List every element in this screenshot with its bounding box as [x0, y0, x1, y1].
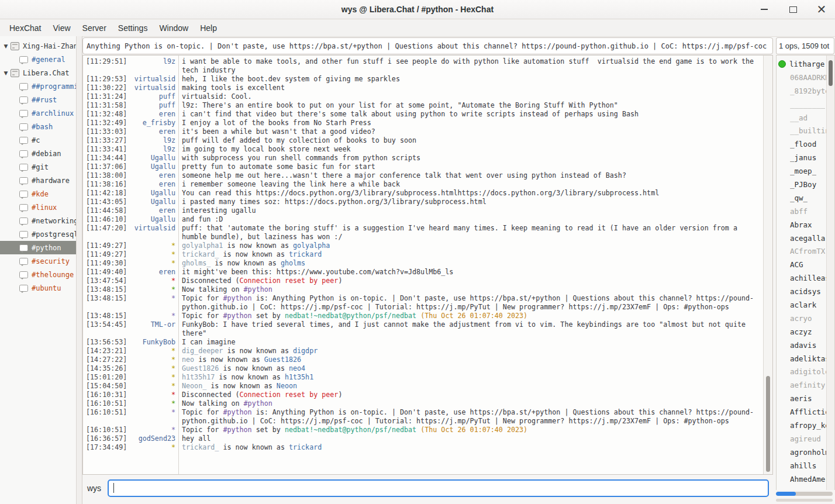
expander-icon[interactable]: ▼	[1, 43, 11, 49]
user-item[interactable]: abff	[777, 205, 826, 218]
user-item[interactable]: aefinity	[777, 378, 826, 392]
user-item[interactable]: _8192byte	[777, 84, 826, 98]
expander-icon[interactable]: ▼	[1, 70, 11, 76]
user-item[interactable]: agireud	[777, 432, 826, 446]
user-item[interactable]: aczyz	[777, 325, 826, 339]
chat-nick: *	[132, 399, 175, 408]
chat-line: [11:29:53]virtualsidheh, I like the boot…	[83, 75, 763, 84]
channel-row-general[interactable]: #general	[0, 53, 76, 66]
channel-row-bash[interactable]: #bash	[0, 120, 76, 133]
channel-row-c[interactable]: #c	[0, 133, 76, 147]
chat-nick: *	[132, 426, 175, 434]
chat-segment-t: Now talking on	[182, 399, 244, 408]
user-item[interactable]: achilleas	[777, 271, 826, 285]
channel-row-git[interactable]: #git	[0, 160, 76, 174]
topic-input[interactable]: Anything Python is on-topic. | Don't pas…	[82, 37, 773, 54]
titlebar[interactable]: wys @ Libera.Chat / #python - HexChat ✕	[0, 0, 835, 19]
user-item[interactable]: _janus	[777, 151, 826, 164]
user-item[interactable]: litharge	[777, 57, 826, 71]
user-item[interactable]: adavis	[777, 339, 826, 352]
message-input[interactable]	[108, 479, 769, 497]
menu-item-view[interactable]: View	[47, 21, 76, 35]
chat-nick: *	[132, 373, 175, 382]
user-item[interactable]: _qw_	[777, 191, 826, 205]
chat-line: [11:46:10]Ugalluand fun :D	[83, 215, 763, 224]
minimize-icon	[761, 9, 768, 10]
chat-nick: eren	[132, 110, 175, 119]
server-tree[interactable]: ▼Xing-Hai-Zhan#general▼Libera.Chat##prog…	[0, 36, 76, 504]
channel-row-thelounge[interactable]: #thelounge	[0, 268, 76, 281]
channel-row-linux[interactable]: #linux	[0, 201, 76, 214]
pane-divider[interactable]	[76, 36, 82, 504]
close-button[interactable]: ✕	[816, 4, 827, 15]
user-nick: acidsys	[790, 287, 821, 296]
chat-nick: FunkyBob	[132, 338, 175, 347]
menu-item-help[interactable]: Help	[194, 21, 223, 35]
channel-row-ubuntu[interactable]: #ubuntu	[0, 281, 76, 295]
chat-segment-t: and fun :D	[182, 215, 223, 223]
tree-item-label: #archlinux	[32, 109, 74, 118]
minimize-button[interactable]	[759, 4, 770, 15]
user-item[interactable]: _moep_	[777, 164, 826, 178]
user-item[interactable]: adigitole	[777, 365, 826, 378]
channel-row-networking[interactable]: #networking	[0, 214, 76, 227]
chat-segment-t: it's been a while but wasn't that a good…	[182, 127, 375, 136]
user-list[interactable]: litharge068AADRKN_8192byte__________ad__…	[777, 56, 826, 490]
user-item[interactable]: _PJBoy	[777, 178, 826, 191]
chat-timestamp: [11:49:27]	[83, 241, 132, 250]
menu-item-window[interactable]: Window	[153, 21, 194, 35]
user-item[interactable]: ahills	[777, 459, 826, 472]
user-item[interactable]: ________	[777, 98, 826, 111]
channel-icon	[19, 150, 28, 157]
channel-row-hardware[interactable]: #hardware	[0, 174, 76, 187]
channel-row-programming[interactable]: ##programming	[0, 80, 76, 93]
user-item[interactable]: aeris	[777, 392, 826, 405]
user-item[interactable]: ACG	[777, 258, 826, 271]
menubar: HexChatViewServerSettingsWindowHelp	[0, 19, 835, 37]
user-item[interactable]: 068AADRKN	[777, 71, 826, 84]
channel-row-postgresql[interactable]: #postgresql	[0, 227, 76, 241]
channel-row-archlinux[interactable]: #archlinux	[0, 106, 76, 120]
userlist-scrollbar[interactable]	[826, 56, 834, 490]
chat-log[interactable]: [11:29:51]l9zi want be able to make tool…	[83, 56, 763, 474]
channel-row-rust[interactable]: ##rust	[0, 93, 76, 106]
channel-icon	[19, 177, 28, 184]
user-item[interactable]: __builtin	[777, 124, 826, 137]
menu-item-hexchat[interactable]: HexChat	[4, 21, 47, 35]
maximize-button[interactable]	[788, 4, 798, 15]
chat-message-text: it's been a while but wasn't that a good…	[175, 127, 763, 136]
user-item[interactable]: __ad	[777, 111, 826, 125]
chat-line: [13:48:15]*Topic for #python set by nedb…	[83, 312, 763, 320]
user-item[interactable]: aclark	[777, 298, 826, 312]
user-item[interactable]: _flood	[777, 137, 826, 151]
chat-segment-t: making tools is excellent	[182, 84, 285, 92]
menu-item-server[interactable]: Server	[77, 21, 112, 35]
server-row-LiberaChat[interactable]: ▼Libera.Chat	[0, 66, 76, 80]
user-item[interactable]: acryo	[777, 312, 826, 325]
user-item[interactable]: acidsys	[777, 285, 826, 298]
chat-nick: l9z	[132, 145, 175, 154]
user-item[interactable]: Abrax	[777, 218, 826, 232]
tree-item-label: #hardware	[32, 177, 70, 185]
user-item[interactable]: Afflictio	[777, 405, 826, 419]
userlist-scrollbar-thumb[interactable]	[829, 60, 833, 86]
user-item[interactable]: ACfromTX	[777, 244, 826, 258]
chat-message-text: Now talking on #python	[175, 285, 763, 294]
chat-scrollbar[interactable]	[763, 56, 772, 474]
chat-segment-old: dig_deeper	[182, 347, 223, 355]
menu-item-settings[interactable]: Settings	[112, 21, 154, 35]
user-item[interactable]: AhmedAmer	[777, 472, 826, 486]
chat-segment-t: someone help me out here...wasn't there …	[182, 171, 626, 179]
channel-row-kde[interactable]: #kde	[0, 187, 76, 201]
user-item[interactable]: afropy_ke	[777, 419, 826, 432]
chat-scrollbar-thumb[interactable]	[766, 376, 770, 472]
channel-row-python[interactable]: #python	[0, 241, 76, 254]
server-row-XingHaiZhan[interactable]: ▼Xing-Hai-Zhan	[0, 39, 76, 53]
tree-item-label: #kde	[32, 190, 49, 198]
chat-segment-new: h1t35h1	[285, 373, 313, 381]
user-item[interactable]: adeliktas	[777, 352, 826, 365]
channel-row-debian[interactable]: #debian	[0, 147, 76, 160]
user-item[interactable]: acegalla-	[777, 232, 826, 245]
user-item[interactable]: agronholm	[777, 446, 826, 459]
channel-row-security[interactable]: #security	[0, 254, 76, 268]
